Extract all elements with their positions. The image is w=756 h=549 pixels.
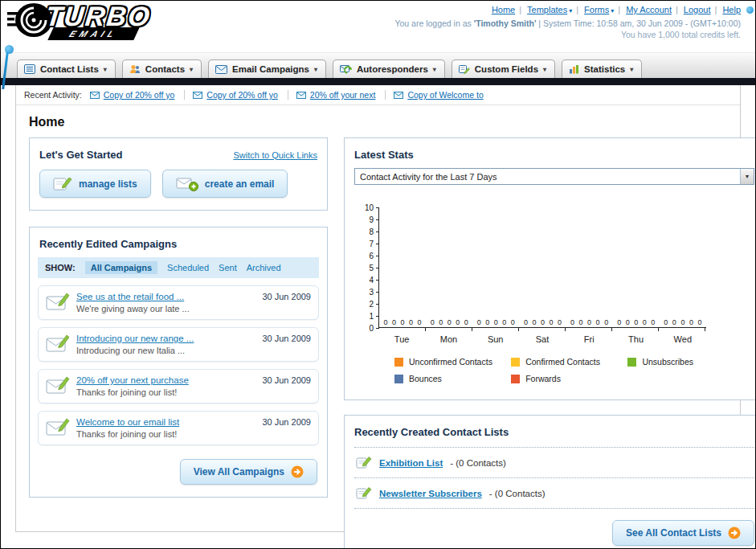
get-started-panel: Let's Get Started Switch to Quick Links … [29, 137, 328, 211]
campaign-subtitle: Thanks for joining our list! [76, 387, 255, 397]
stats-period-select[interactable]: Contact Activity for the Last 7 Days ▼ [354, 168, 754, 185]
header-link-templates[interactable]: Templates▾ [515, 5, 572, 14]
logo-text: TURBO EMAIL [46, 2, 151, 40]
get-started-title: Let's Get Started [39, 149, 123, 161]
app-window: TURBO EMAIL HomeTemplates▾Forms▾My Accou… [0, 0, 756, 549]
pencil-list-icon [53, 176, 72, 191]
arrow-right-icon [291, 465, 304, 478]
envelope-icon [193, 92, 202, 99]
user-name: 'Timothy Smith' [474, 18, 537, 28]
recent-activity-link[interactable]: Copy of 20% off yo [193, 90, 288, 100]
filter-scheduled[interactable]: Scheduled [167, 263, 209, 272]
x-tick-label: Tue [378, 334, 425, 344]
header-link-help[interactable]: Help [711, 5, 741, 14]
top-bar: TURBO EMAIL HomeTemplates▾Forms▾My Accou… [1, 1, 755, 52]
campaign-edit-icon [46, 292, 70, 311]
chart-x-labels: TueMonSunSatFriThuWed [378, 334, 706, 344]
see-all-contact-lists-button[interactable]: See All Contact Lists [612, 520, 754, 546]
select-arrow-icon: ▼ [740, 169, 754, 184]
chart-groups: 00000000000000000000000000000000000 [379, 318, 706, 326]
filter-sent[interactable]: Sent [219, 263, 237, 272]
contact-list-row[interactable]: Newsletter Subscribers - (0 Contacts) [354, 478, 754, 509]
campaign-title-link[interactable]: Welcome to our email list [76, 417, 255, 427]
recent-activity-link[interactable]: 20% off your next [296, 90, 386, 100]
email-campaigns-icon [215, 65, 227, 74]
campaign-title-link[interactable]: Introducing our new range ... [76, 334, 255, 343]
tab-contacts[interactable]: Contacts ▾ [122, 59, 202, 78]
statistics-icon [569, 64, 579, 74]
envelope-icon [394, 92, 403, 99]
tab-statistics[interactable]: Statistics ▾ [562, 59, 642, 78]
contact-list-count: - (0 Contacts) [450, 458, 506, 468]
campaign-subtitle: We're giving away our late ... [76, 304, 255, 313]
tab-email-campaigns[interactable]: Email Campaigns ▾ [208, 59, 326, 78]
header-link-home[interactable]: Home [492, 5, 515, 14]
chart-value-group: 00000 [613, 318, 660, 326]
list-edit-icon [356, 486, 372, 500]
campaign-filter-bar: SHOW: All Campaigns Scheduled Sent Archi… [38, 257, 319, 278]
recent-activity-link[interactable]: Copy of 20% off yo [90, 90, 186, 100]
tab-autoresponders[interactable]: Autoresponders ▾ [333, 59, 445, 78]
main-nav: Contact Lists ▾ Contacts ▾ Email Campaig… [1, 52, 755, 78]
header-link-my-account[interactable]: My Account [614, 5, 672, 14]
x-tick-label: Fri [566, 334, 612, 344]
contact-list-link[interactable]: Exhibition List [379, 458, 443, 468]
y-tick-label: 2 [361, 300, 374, 309]
filter-archived[interactable]: Archived [247, 263, 281, 272]
campaign-row[interactable]: 20% off your next purchase Thanks for jo… [38, 369, 319, 404]
content-area: Recent Activity: Copy of 20% off yo Copy… [15, 85, 741, 532]
campaign-row[interactable]: See us at the retail food ... We're givi… [38, 285, 319, 320]
contact-list-link[interactable]: Newsletter Subscribers [379, 489, 482, 498]
legend-swatch-icon [511, 375, 520, 383]
view-all-campaigns-button[interactable]: View All Campaigns [180, 459, 317, 485]
y-tick-label: 0 [361, 324, 374, 333]
chevron-down-icon: ▾ [104, 66, 107, 73]
contact-lists-icon [24, 64, 35, 74]
chart-value-group: 00000 [566, 318, 613, 326]
x-tick-label: Wed [660, 334, 706, 344]
y-tick-label: 4 [361, 276, 374, 285]
chevron-down-icon: ▾ [630, 66, 633, 73]
page-title: Home [16, 105, 740, 137]
chevron-down-icon: ▾ [190, 66, 193, 73]
new-email-icon [176, 176, 198, 191]
y-tick-label: 9 [361, 215, 374, 224]
manage-lists-button[interactable]: manage lists [39, 170, 151, 198]
recent-campaigns-title: Recently Edited Campaigns [39, 238, 177, 250]
chart-value-group: 00000 [519, 318, 566, 326]
contacts-icon [129, 64, 141, 74]
y-tick-label: 6 [361, 252, 374, 260]
chart-value-group: 00000 [426, 318, 472, 326]
envelope-icon [90, 92, 100, 99]
latest-stats-title: Latest Stats [354, 149, 414, 161]
switch-quick-links[interactable]: Switch to Quick Links [233, 150, 317, 160]
campaign-title-link[interactable]: 20% off your next purchase [76, 375, 255, 385]
campaign-row[interactable]: Introducing our new range ... Introducin… [38, 327, 319, 362]
x-tick-label: Thu [612, 334, 659, 344]
logo-subtitle: EMAIL [47, 27, 140, 40]
legend-item: Unconfirmed Contacts [394, 357, 511, 367]
tab-custom-fields[interactable]: Custom Fields ▾ [452, 59, 555, 78]
campaign-date: 30 Jun 2009 [262, 375, 311, 397]
header-links: HomeTemplates▾Forms▾My AccountLogoutHelp [394, 5, 741, 14]
show-label: SHOW: [45, 263, 76, 272]
y-tick-label: 8 [361, 227, 374, 236]
campaign-title-link[interactable]: See us at the retail food ... [76, 292, 255, 301]
header-link-logout[interactable]: Logout [672, 5, 711, 14]
legend-swatch-icon [627, 358, 636, 367]
chart-plot-area: 00000000000000000000000000000000000 [378, 207, 706, 328]
create-email-button[interactable]: create an email [162, 170, 288, 198]
tab-contact-lists[interactable]: Contact Lists ▾ [17, 59, 116, 78]
recent-activity-bar: Recent Activity: Copy of 20% off yo Copy… [16, 85, 740, 105]
campaign-row[interactable]: Welcome to our email list Thanks for joi… [38, 411, 319, 445]
campaign-edit-icon [46, 334, 70, 353]
legend-swatch-icon [394, 375, 403, 383]
recent-activity-link[interactable]: Copy of Welcome to [394, 90, 492, 100]
envelope-icon [296, 92, 306, 99]
filter-all-campaigns[interactable]: All Campaigns [85, 261, 157, 274]
chevron-down-icon: ▾ [433, 66, 436, 73]
contact-list-row[interactable]: Exhibition List - (0 Contacts) [354, 448, 754, 478]
campaign-subtitle: Thanks for joining our list! [76, 429, 255, 439]
campaign-edit-icon [46, 375, 70, 395]
header-link-forms[interactable]: Forms▾ [572, 5, 614, 14]
